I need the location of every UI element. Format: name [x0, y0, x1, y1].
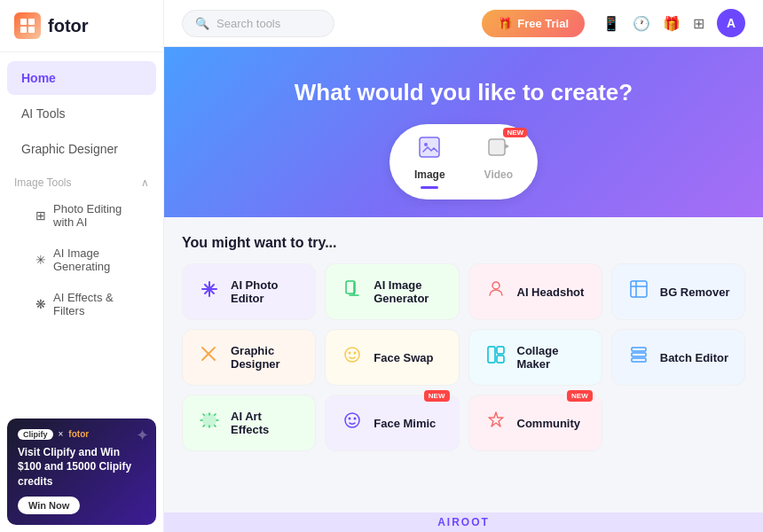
- bg-remover-label: BG Remover: [660, 286, 730, 299]
- new-badge-face-mimic: NEW: [424, 390, 450, 402]
- ad-win-button[interactable]: Win Now: [18, 497, 80, 514]
- svg-rect-15: [488, 347, 495, 363]
- main-content: 🔍 Search tools 🎁 Free Trial 📱 🕐 🎁 ⊞ A Wh…: [164, 0, 763, 532]
- video-tab-icon: [486, 135, 511, 165]
- tools-section: You might want to try... AI Photo Editor: [164, 217, 763, 460]
- free-trial-button[interactable]: 🎁 Free Trial: [482, 10, 585, 37]
- gift-box-icon[interactable]: 🎁: [663, 15, 680, 32]
- image-tab-icon: [417, 135, 442, 165]
- ai-photo-editor-label: AI Photo Editor: [231, 278, 301, 305]
- tool-card-face-mimic[interactable]: NEW Face Mimic: [325, 395, 459, 451]
- svg-point-24: [354, 418, 357, 420]
- svg-point-23: [349, 418, 351, 420]
- face-mimic-icon: [340, 410, 365, 436]
- watermark: AIROOT: [164, 512, 763, 532]
- ai-art-effects-icon: [197, 410, 222, 436]
- sidebar-item-home[interactable]: Home: [7, 61, 156, 95]
- tool-card-batch-editor[interactable]: Batch Editor: [611, 329, 745, 386]
- face-swap-label: Face Swap: [374, 351, 433, 364]
- svg-rect-0: [20, 19, 27, 25]
- sliders-icon: ⊞: [35, 208, 46, 223]
- face-mimic-label: Face Mimic: [374, 417, 436, 430]
- bg-remover-icon: [626, 278, 651, 305]
- avatar[interactable]: A: [717, 9, 745, 37]
- svg-rect-20: [632, 358, 646, 362]
- ai-image-generator-icon: [340, 278, 365, 305]
- svg-rect-16: [497, 347, 504, 354]
- tool-card-ai-headshot[interactable]: AI Headshot: [468, 263, 602, 320]
- video-tab-label: Video: [484, 168, 513, 181]
- hero-title: What would you like to create?: [295, 79, 633, 106]
- batch-editor-icon: [626, 344, 651, 371]
- svg-rect-11: [631, 281, 647, 297]
- tool-card-bg-remover[interactable]: BG Remover: [611, 263, 745, 320]
- tool-card-collage-maker[interactable]: Collage Maker: [468, 329, 602, 386]
- header-icons: 📱 🕐 🎁 ⊞ A: [602, 9, 745, 37]
- community-icon: [484, 410, 508, 436]
- tool-card-ai-art-effects[interactable]: AI Art Effects: [182, 395, 316, 451]
- svg-point-13: [349, 352, 351, 355]
- collage-maker-label: Collage Maker: [517, 344, 587, 371]
- graphic-designer-icon: [197, 344, 222, 371]
- gift-icon: 🎁: [498, 17, 512, 30]
- search-bar[interactable]: 🔍 Search tools: [182, 10, 334, 37]
- tab-image[interactable]: Image: [404, 131, 456, 192]
- tab-underline: [421, 186, 438, 189]
- ai-photo-editor-icon: [197, 278, 222, 305]
- svg-point-6: [424, 143, 428, 146]
- header: 🔍 Search tools 🎁 Free Trial 📱 🕐 🎁 ⊞ A: [164, 0, 763, 47]
- svg-rect-3: [28, 27, 35, 33]
- grid-icon[interactable]: ⊞: [693, 15, 704, 32]
- svg-point-14: [354, 352, 357, 355]
- sidebar: fotor Home AI Tools Graphic Designer Ima…: [0, 0, 164, 532]
- tools-grid: AI Photo Editor AI Image Generator: [182, 263, 745, 451]
- content-area: What would you like to create? Image: [164, 47, 763, 512]
- svg-point-22: [345, 413, 359, 427]
- app-container: fotor Home AI Tools Graphic Designer Ima…: [0, 0, 763, 532]
- svg-rect-1: [28, 19, 35, 25]
- community-label: Community: [517, 417, 581, 430]
- svg-rect-19: [632, 353, 646, 356]
- sidebar-item-ai-tools[interactable]: AI Tools: [7, 97, 156, 130]
- tab-video[interactable]: NEW Video: [474, 131, 523, 192]
- logo-text: fotor: [48, 16, 89, 36]
- svg-rect-7: [489, 139, 505, 155]
- tool-card-community[interactable]: NEW Community: [468, 395, 602, 451]
- sidebar-item-graphic-designer[interactable]: Graphic Designer: [7, 132, 156, 166]
- tool-card-face-swap[interactable]: Face Swap: [325, 329, 459, 386]
- content-type-tabs: Image NEW Video: [389, 124, 538, 200]
- collage-maker-icon: [484, 344, 508, 371]
- sidebar-item-photo-editing[interactable]: ⊞ Photo Editing with AI: [7, 194, 156, 237]
- sidebar-nav: Home AI Tools Graphic Designer Image Too…: [0, 52, 163, 334]
- svg-rect-18: [632, 348, 646, 351]
- graphic-designer-label: Graphic Designer: [231, 344, 301, 371]
- ad-header: Clipify × fotor: [18, 429, 146, 440]
- tool-card-ai-image-generator[interactable]: AI Image Generator: [325, 263, 459, 320]
- tools-section-title: You might want to try...: [182, 235, 745, 251]
- sparkle-decoration: ✦: [136, 426, 149, 445]
- ai-headshot-label: AI Headshot: [517, 286, 585, 299]
- ai-image-generator-label: AI Image Generator: [374, 278, 444, 305]
- svg-rect-4: [420, 137, 439, 157]
- history-icon[interactable]: 🕐: [633, 15, 650, 32]
- tool-card-ai-photo-editor[interactable]: AI Photo Editor: [182, 263, 316, 320]
- ai-headshot-icon: [484, 278, 508, 305]
- mobile-icon[interactable]: 📱: [602, 15, 620, 32]
- sparkle-icon: ✳: [35, 253, 46, 267]
- svg-point-12: [345, 348, 359, 362]
- svg-rect-17: [497, 356, 504, 363]
- face-swap-icon: [340, 344, 365, 371]
- sidebar-ad[interactable]: ✦ Clipify × fotor Visit Clipify and Win …: [7, 419, 156, 525]
- image-tab-label: Image: [414, 168, 445, 181]
- batch-editor-label: Batch Editor: [660, 351, 728, 364]
- new-badge-community: NEW: [567, 390, 593, 402]
- search-icon: 🔍: [195, 17, 209, 30]
- ai-art-effects-label: AI Art Effects: [231, 410, 301, 436]
- effects-icon: ❋: [35, 297, 46, 311]
- tool-card-graphic-designer[interactable]: Graphic Designer: [182, 329, 316, 386]
- sidebar-item-ai-effects-filters[interactable]: ❋ AI Effects & Filters: [7, 283, 156, 325]
- sidebar-item-ai-image-generating[interactable]: ✳ AI Image Generating: [7, 239, 156, 281]
- svg-point-10: [492, 282, 499, 289]
- sidebar-logo: fotor: [0, 0, 163, 52]
- ad-title: Visit Clipify and Win $100 and 15000 Cli…: [18, 445, 146, 489]
